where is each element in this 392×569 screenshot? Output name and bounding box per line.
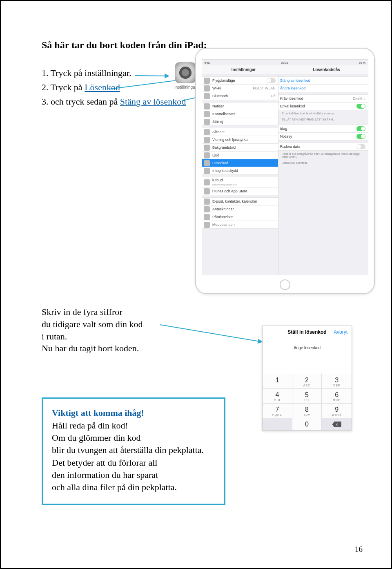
row-icon — [204, 222, 210, 228]
row-label: Wi-Fi — [212, 86, 251, 90]
keypad-key[interactable]: 5JKL — [292, 389, 322, 404]
chevron-right-icon: › — [364, 96, 365, 101]
settings-row[interactable]: Allmänt — [202, 128, 278, 136]
row-label: Notiser — [212, 104, 276, 108]
settings-row[interactable]: Meddelanden — [202, 221, 278, 229]
settings-nav: FlygplanslägeWi-FiFDUV_WLANBluetoothPåNo… — [202, 74, 278, 275]
status-battery: 93 % — [359, 61, 365, 64]
settings-row[interactable]: Notiser — [202, 102, 278, 110]
detail-row[interactable]: Kräv lösenkodDirekt› — [278, 94, 368, 103]
toggle-switch[interactable] — [356, 134, 365, 139]
dialog-prompt: Ange lösenkod — [263, 346, 352, 350]
section-caption: Dataskydd aktiverat. — [278, 160, 368, 166]
settings-row[interactable]: Kontrollcenter — [202, 110, 278, 118]
row-icon — [204, 137, 210, 143]
link-stang-av-losenkod: Stäng av lösenkod — [120, 96, 186, 107]
row-label: Anteckningar — [212, 207, 276, 211]
detail-row[interactable]: Enkel lösenkod — [278, 102, 368, 110]
settings-row[interactable]: Stör ej — [202, 118, 278, 126]
step-3-prefix: 3. och tryck sedan på — [42, 96, 120, 107]
row-label: Idag — [280, 127, 356, 131]
settings-detail: Stäng av lösenkodÄndra lösenkodKräv löse… — [278, 74, 368, 275]
detail-row[interactable]: Stäng av lösenkod — [278, 76, 368, 85]
row-label: Stör ej — [212, 120, 276, 124]
row-label: Enkel lösenkod — [280, 104, 356, 108]
keypad-key[interactable]: 3DEF — [322, 374, 352, 389]
title-left: Inställningar — [202, 65, 285, 74]
dialog-title: Ställ in lösenkod — [287, 329, 326, 335]
settings-row[interactable]: iTunes och App Store — [202, 187, 278, 195]
row-icon — [204, 85, 210, 91]
settings-row[interactable]: Integritetsskydd — [202, 167, 278, 175]
settings-row[interactable]: Flygplansläge — [202, 76, 278, 85]
row-value: På — [271, 94, 276, 98]
toggle-switch[interactable] — [356, 104, 365, 109]
keypad-key[interactable]: 2ABC — [292, 374, 322, 389]
row-icon — [204, 179, 210, 185]
page-number: 16 — [355, 545, 363, 554]
toggle-switch[interactable] — [356, 126, 365, 131]
important-heading: Viktigt att komma ihåg! — [52, 407, 215, 419]
section-caption: En enkel lösenkod är ett 4-siffrigt numm… — [278, 110, 368, 116]
settings-row[interactable]: Lösenkod — [202, 159, 278, 167]
settings-row[interactable]: Påminnelser — [202, 213, 278, 221]
row-label: Kräv lösenkod — [280, 96, 351, 100]
row-icon — [204, 119, 210, 125]
detail-row[interactable]: Notisvy — [278, 132, 368, 141]
settings-row[interactable]: Ljud — [202, 151, 278, 159]
settings-row[interactable]: Wi-FiFDUV_WLAN — [202, 84, 278, 92]
instruction-line: Skriv in de fyra siffror — [42, 306, 352, 318]
gear-icon[interactable] — [175, 62, 196, 83]
row-label: Ljud — [212, 153, 276, 157]
important-line: Det betyder att du förlorar all — [52, 457, 215, 469]
settings-row[interactable]: Visning och ljusstyrka — [202, 136, 278, 144]
cancel-button[interactable]: Avbryt — [334, 329, 347, 335]
toggle-switch[interactable] — [356, 144, 365, 149]
row-label: Lösenkod — [212, 161, 276, 165]
keypad-key[interactable]: 6MNO — [322, 389, 352, 404]
keypad-key[interactable]: 0 — [292, 418, 322, 430]
settings-row[interactable]: iCloudfduvforum@icloud.com — [202, 177, 278, 187]
row-label: iTunes och App Store — [212, 189, 276, 193]
row-label: Bakgrundsbild — [212, 145, 276, 150]
settings-row[interactable]: Anteckningar — [202, 205, 278, 213]
settings-row[interactable]: BluetoothPå — [202, 92, 278, 100]
keypad-key[interactable]: 8TUV — [292, 404, 322, 418]
row-label: Stäng av lösenkod — [280, 78, 365, 83]
important-line: blir du tvungen att återställa din pekpl… — [52, 444, 215, 456]
row-value: FDUV_WLAN — [253, 86, 276, 90]
important-line: Om du glömmer din kod — [52, 432, 215, 444]
important-line: den information du har sparat — [52, 469, 215, 481]
row-label: Meddelanden — [212, 223, 276, 227]
settings-row[interactable]: Bakgrundsbild — [202, 143, 278, 152]
home-button[interactable] — [280, 279, 290, 290]
row-label: Visning och ljusstyrka — [212, 138, 276, 142]
settings-row[interactable]: E-post, kontakter, kalendrar — [202, 197, 278, 205]
detail-row[interactable]: Radera data — [278, 143, 368, 151]
row-label: Radera data — [280, 145, 356, 149]
passcode-dashes: — — — — — [263, 354, 352, 361]
row-label: Notisvy — [280, 134, 356, 138]
row-label: iCloudfduvforum@icloud.com — [212, 178, 276, 186]
backspace-key[interactable]: × — [322, 418, 352, 430]
row-icon — [204, 78, 210, 84]
keypad-key[interactable]: 4GHI — [263, 389, 292, 404]
keypad-key[interactable]: 1 — [263, 374, 292, 389]
row-icon — [204, 188, 210, 194]
keypad-key[interactable]: 7PQRS — [263, 404, 292, 418]
important-box: Viktigt att komma ihåg! Håll reda på din… — [42, 397, 225, 505]
detail-row[interactable]: Ändra lösenkod — [278, 84, 368, 92]
important-line: Håll reda på din kod! — [52, 419, 215, 432]
settings-app-label: Inställningar — [172, 85, 198, 89]
row-icon — [204, 103, 210, 109]
toggle-switch[interactable] — [267, 78, 276, 83]
detail-row[interactable]: Idag — [278, 125, 368, 133]
row-icon — [204, 129, 210, 135]
row-label: Allmänt — [212, 130, 276, 134]
row-value: Direkt — [353, 96, 363, 100]
section-caption: TILLÅT ÅTKOMST FRÅN LÅST SKÄRM: — [278, 116, 368, 123]
row-icon — [204, 214, 210, 220]
keypad-key[interactable]: 9WXYZ — [322, 404, 352, 418]
row-icon — [204, 160, 210, 166]
title-right: Lösenkodslås — [285, 65, 368, 74]
